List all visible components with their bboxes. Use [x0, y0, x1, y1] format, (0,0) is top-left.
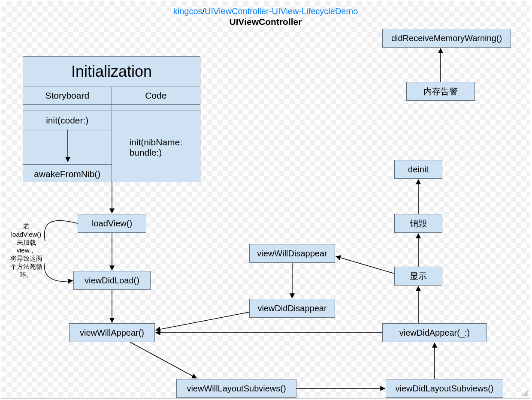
initialization-title: Initialization — [23, 57, 200, 87]
page-title: UIViewController — [1, 17, 530, 27]
viewwillappear-box: viewWillAppear() — [69, 323, 155, 342]
svg-line-8 — [336, 256, 394, 274]
loop-note: 若 loadView() 未加载 view， 将导致这两 个方法死循 环。 — [5, 223, 48, 279]
svg-line-17 — [526, 395, 528, 396]
display-box: 显示 — [394, 267, 442, 286]
init-gap — [23, 130, 112, 165]
resize-grip-icon — [521, 390, 528, 397]
init-nibname: init(nibName: bundle:) — [112, 111, 200, 183]
svg-line-4 — [130, 342, 196, 378]
init-thin-right — [112, 105, 200, 111]
viewwilldisappear-box: viewWillDisappear — [249, 244, 335, 263]
destroy-box: 销毁 — [394, 214, 442, 233]
didreceivememorywarning-box: didReceiveMemoryWarning() — [382, 29, 511, 48]
awake-from-nib: awakeFromNib() — [23, 165, 112, 183]
deinit-box: deinit — [394, 160, 442, 179]
repo-link[interactable]: UIViewController-UIView-LifecycleDemo — [205, 6, 358, 16]
author-link[interactable]: kingcos — [173, 6, 203, 16]
viewdiddisappear-box: viewDidDisappear — [249, 299, 335, 318]
header-link: kingcos/UIViewController-UIView-Lifecycl… — [1, 6, 530, 16]
viewdidload-box: viewDidLoad() — [73, 271, 151, 290]
viewdidlayoutsubviews-box: viewDidLayoutSubviews() — [386, 379, 503, 398]
svg-line-10 — [156, 312, 249, 330]
memory-warning-box: 内存告警 — [406, 82, 475, 101]
init-coder: init(coder:) — [23, 111, 112, 130]
init-storyboard-header: Storyboard — [23, 87, 112, 104]
init-thin-left — [23, 105, 112, 111]
initialization-box: Initialization Storyboard Code init(code… — [23, 56, 200, 182]
loadview-box: loadView() — [78, 214, 146, 233]
viewdidappear-box: viewDidAppear(_:) — [382, 323, 487, 342]
diagram-frame: kingcos/UIViewController-UIView-Lifecycl… — [1, 1, 530, 399]
viewwilllayoutsubviews-box: viewWillLayoutSubviews() — [176, 379, 296, 398]
init-code-header: Code — [112, 87, 200, 104]
